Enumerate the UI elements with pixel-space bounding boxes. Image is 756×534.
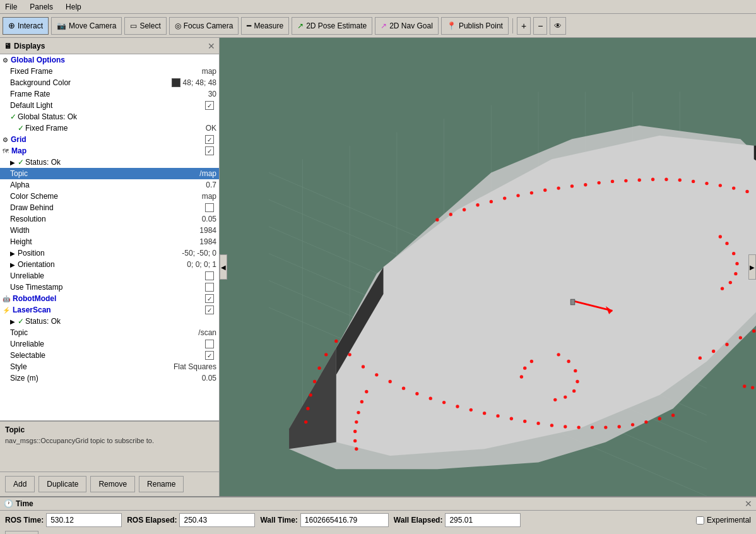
add-button[interactable]: Add [5,476,35,492]
svg-point-26 [503,196,506,199]
svg-point-33 [597,181,600,184]
map-item[interactable]: 🗺 Map [0,145,219,157]
laser-scan-label: LaserScan [13,306,109,314]
svg-point-58 [725,343,728,346]
color-scheme-value: map [202,192,216,201]
svg-point-97 [734,272,737,275]
pose-estimate-button[interactable]: ↗ 2D Pose Estimate [292,17,372,35]
frame-rate-item[interactable]: Frame Rate 30 [0,88,219,100]
expand-right-button[interactable]: ▶ [748,254,756,280]
laser-scan-item[interactable]: ⚡ LaserScan [0,304,219,316]
svg-point-67 [591,425,594,429]
tooltip-title: Topic [5,425,214,434]
svg-point-22 [449,213,452,216]
select-button[interactable]: ▭ Select [124,17,166,35]
map-checkbox[interactable] [205,146,214,155]
wall-time-input[interactable] [300,513,389,527]
default-light-item[interactable]: Default Light [0,100,219,111]
svg-point-75 [483,412,486,415]
focus-camera-button[interactable]: ◎ Focus Camera [169,17,239,35]
default-light-checkbox[interactable] [205,101,214,110]
time-panel-close[interactable]: ✕ [745,499,752,509]
3d-view[interactable]: ◀ ▶ [220,38,756,496]
map-status-item[interactable]: ▶ ✓ Status: Ok [0,157,219,168]
background-color-item[interactable]: Background Color 48; 48; 48 [0,77,219,88]
laser-scan-checkbox[interactable] [205,306,214,314]
position-item[interactable]: ▶ Position -50; -50; 0 [0,247,219,259]
global-options-label: Global Options [11,56,216,64]
pose-estimate-icon: ↗ [297,21,304,30]
panel-close-button[interactable]: ✕ [208,41,215,51]
interact-button[interactable]: ⊕ Interact [3,17,49,35]
resolution-item[interactable]: Resolution 0.05 [0,213,219,225]
svg-point-81 [402,387,405,390]
remove-display-button[interactable]: − [533,17,547,35]
remove-button[interactable]: Remove [90,476,135,492]
svg-point-104 [572,389,576,393]
experimental-checkbox[interactable] [696,516,704,525]
color-scheme-item[interactable]: Color Scheme map [0,191,219,202]
selectable-checkbox[interactable] [205,351,214,360]
robot-model-checkbox[interactable] [205,294,214,303]
menu-panels[interactable]: Panels [27,2,56,12]
orientation-item[interactable]: ▶ Orientation 0; 0; 0; 1 [0,259,219,270]
svg-point-60 [699,356,702,359]
laser-scan-unreliable-checkbox[interactable] [205,340,214,348]
svg-point-119 [357,411,360,414]
collapse-panel-button[interactable]: ◀ [220,254,227,280]
style-item[interactable]: Style Flat Squares [0,361,219,372]
rename-button[interactable]: Rename [139,476,184,492]
map-topic-value: /map [199,169,216,178]
nav-goal-button[interactable]: ↗ 2D Nav Goal [375,17,439,35]
menu-file[interactable]: File [3,2,20,12]
nav-goal-icon: ↗ [381,21,387,30]
publish-point-button[interactable]: 📍 Publish Point [441,17,509,35]
tooltip-area: Topic nav_msgs::OccupancyGrid topic to s… [0,421,219,472]
map-unreliable-item[interactable]: Unreliable [0,270,219,282]
fixed-frame-status-item[interactable]: ✓ Fixed Frame OK [0,122,219,134]
svg-point-64 [631,423,634,426]
move-camera-label: Move Camera [69,21,116,30]
size-value: 0.05 [202,374,216,383]
grid-checkbox[interactable] [205,135,214,144]
alpha-item[interactable]: Alpha 0.7 [0,179,219,191]
wall-elapsed-input[interactable] [445,513,521,527]
ros-time-label: ROS Time: [5,516,44,525]
duplicate-button[interactable]: Duplicate [38,476,86,492]
background-color-label: Background Color [10,78,172,87]
map-topic-item[interactable]: Topic /map [0,168,219,179]
ros-time-input[interactable] [46,513,122,527]
width-item[interactable]: Width 1984 [0,225,219,236]
robot-model-item[interactable]: 🤖 RobotModel [0,293,219,304]
draw-behind-item[interactable]: Draw Behind [0,202,219,213]
add-display-button[interactable]: + [517,17,531,35]
view-button[interactable]: 👁 [550,17,566,35]
tree-area[interactable]: ⚙ Global Options Fixed Frame map Backgro… [0,54,219,421]
svg-point-116 [743,384,746,388]
map-unreliable-checkbox[interactable] [205,271,214,280]
global-status-item[interactable]: ✓ Global Status: Ok [0,111,219,122]
laser-scan-status-item[interactable]: ▶ ✓ Status: Ok [0,316,219,327]
focus-camera-icon: ◎ [175,21,181,30]
laser-scan-topic-item[interactable]: Topic /scan [0,327,219,338]
move-camera-button[interactable]: 📷 Move Camera [51,17,122,35]
svg-point-43 [732,186,735,189]
laser-scan-unreliable-item[interactable]: Unreliable [0,338,219,350]
menu-bar: File Panels Help [0,0,756,14]
draw-behind-checkbox[interactable] [205,203,214,212]
global-options-item[interactable]: ⚙ Global Options [0,54,219,66]
fixed-frame-status-icon: ✓ [18,124,24,133]
measure-button[interactable]: ━ Measure [241,17,289,35]
svg-point-27 [516,194,519,197]
use-timestamp-checkbox[interactable] [205,283,214,292]
menu-help[interactable]: Help [63,2,84,12]
selectable-item[interactable]: Selectable [0,350,219,361]
reset-button[interactable]: Reset [5,531,38,534]
fixed-frame-item[interactable]: Fixed Frame map [0,66,219,77]
size-item[interactable]: Size (m) 0.05 [0,372,219,384]
grid-item[interactable]: ⚙ Grid [0,134,219,145]
wall-elapsed-label: Wall Elapsed: [394,516,443,525]
height-item[interactable]: Height 1984 [0,236,219,247]
ros-elapsed-input[interactable] [179,513,255,527]
use-timestamp-item[interactable]: Use Timestamp [0,282,219,293]
